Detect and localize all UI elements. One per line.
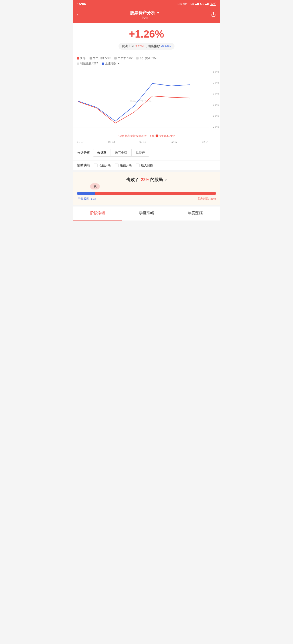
legend-label-4: 稳健跑赢 *277 xyxy=(80,62,98,66)
analysis-label: 收益分析 xyxy=(77,151,90,155)
share-button[interactable] xyxy=(211,12,216,18)
loss-percentage: 11% xyxy=(91,197,96,200)
analysis-tabs: 收益率 盈亏金额 总资产 xyxy=(93,149,149,156)
tab-annual-rise[interactable]: 年度涨幅 xyxy=(171,206,220,220)
loss-label-text: 亏损股民 xyxy=(78,197,89,200)
chart-wrapper: ©mx_***111edc 3.0% 2.0% 1.0% 0.0% -1.0% … xyxy=(73,68,220,134)
defeat-suffix: 的股民 xyxy=(150,177,163,182)
checkbox-box-position[interactable] xyxy=(94,164,98,167)
loss-label: 亏损股民 11% xyxy=(77,197,96,201)
network-speed: 0.96 KB/S ÷5G xyxy=(177,2,194,5)
checkbox-position[interactable]: 仓位分析 xyxy=(94,163,111,168)
progress-bar-track xyxy=(77,192,216,195)
index-dropdown-icon: ▼ xyxy=(118,62,120,65)
checkbox-box-drawdown[interactable] xyxy=(136,164,140,167)
legend-dot-gray4 xyxy=(77,62,79,65)
page-subtitle: (4/4) xyxy=(130,16,160,19)
signal-bars-2 xyxy=(205,3,208,5)
bottom-tabs: 阶段涨幅 季度涨幅 年度涨幅 xyxy=(73,205,220,220)
dropdown-icon[interactable]: ▼ xyxy=(156,11,160,15)
my-marker: 我 xyxy=(90,184,100,190)
legend-item-2: 牛牛牛 *682 xyxy=(114,56,132,60)
y-label-6: -2.0% xyxy=(210,125,219,128)
profit-percentage: 89% xyxy=(210,197,216,200)
defeat-title-text: 击败了 xyxy=(126,177,140,182)
back-button[interactable]: ‹ xyxy=(77,12,78,18)
helper-section: 辅助功能 仓位分析 极值分析 最大回撤 xyxy=(73,160,220,170)
tab-return-rate[interactable]: 收益率 xyxy=(93,149,111,156)
y-label-2: 2.0% xyxy=(210,81,219,84)
checkbox-drawdown[interactable]: 最大回撤 xyxy=(136,163,153,168)
progress-labels: 亏损股民 11% 盈利股民 89% xyxy=(77,197,216,201)
defeat-section: 击败了 22% 的股民 > 我 亏损股民 11% 盈利股民 89% xyxy=(73,170,220,205)
legend-dot-red xyxy=(77,57,79,60)
helper-label: 辅助功能 xyxy=(77,163,90,168)
return-rate-value: +1.26% xyxy=(78,28,215,40)
checkbox-extreme[interactable]: 极值分析 xyxy=(115,163,132,168)
legend-item-3: 长江黄河 *759 xyxy=(136,56,157,60)
legend-label-1: 牛牛川财 *299 xyxy=(93,56,110,60)
legend-dot-gray2 xyxy=(114,57,117,60)
top-nav: ‹ 股票资产分析 ▼ (4/4) xyxy=(73,8,220,23)
y-label-3: 1.0% xyxy=(210,92,219,95)
return-section: +1.26% 同期上证 2.20% ，跑赢指数 -0.94% xyxy=(73,23,220,54)
tab-stage-rise[interactable]: 阶段涨幅 xyxy=(73,206,122,220)
promo-app: 🔴投资账本 xyxy=(155,134,169,137)
defeat-title-row[interactable]: 击败了 22% 的股民 > xyxy=(77,177,216,182)
legend-dot-gray3 xyxy=(136,57,138,60)
compare-label: 同期上证 xyxy=(122,44,134,48)
return-compare: 同期上证 2.20% ，跑赢指数 -0.94% xyxy=(118,43,174,50)
checkbox-label-extreme: 极值分析 xyxy=(120,163,132,168)
tab-quarter-rise[interactable]: 季度涨幅 xyxy=(122,206,171,220)
defeat-percentage: 22% xyxy=(141,177,149,182)
legend-section: 汇总 牛牛川财 *299 牛牛牛 *682 长江黄河 *759 稳健跑赢 *27… xyxy=(73,54,220,68)
checkbox-box-extreme[interactable] xyxy=(115,164,118,167)
legend-label-3: 长江黄河 *759 xyxy=(140,56,157,60)
checkbox-label-drawdown: 最大回撤 xyxy=(141,163,153,168)
legend-row: 汇总 牛牛川财 *299 牛牛牛 *682 长江黄河 *759 xyxy=(77,56,216,60)
tab-profit-amount[interactable]: 盈亏金额 xyxy=(111,149,132,156)
chart-svg xyxy=(73,68,208,134)
compare-separator: ，跑赢指数 xyxy=(145,44,160,48)
chart-y-axis: 3.0% 2.0% 1.0% 0.0% -1.0% -2.0% xyxy=(208,68,220,134)
progress-profit-bar xyxy=(95,192,216,195)
compare-value: 2.20% xyxy=(135,44,144,48)
network-type: 5G xyxy=(200,2,204,5)
share-icon xyxy=(211,12,216,17)
progress-loss-bar xyxy=(77,192,95,195)
signal-bars xyxy=(195,3,199,5)
profit-label: 盈利股民 89% xyxy=(197,197,216,201)
legend-row-2: 稳健跑赢 *277 上证指数 ▼ xyxy=(77,62,216,66)
y-label-1: 3.0% xyxy=(210,70,219,73)
checkbox-label-position: 仓位分析 xyxy=(99,163,111,168)
x-label-1: 01-27 xyxy=(77,140,84,143)
legend-label-2: 牛牛牛 *682 xyxy=(118,56,132,60)
legend-label-summary: 汇总 xyxy=(80,56,86,60)
tab-total-assets[interactable]: 总资产 xyxy=(132,149,149,156)
legend-item-4: 稳健跑赢 *277 xyxy=(77,62,98,66)
chart-x-axis: 01-27 02-03 02-10 02-17 02-24 xyxy=(73,140,220,145)
battery-icon: 22% xyxy=(210,2,216,6)
legend-item-summary: 汇总 xyxy=(77,56,86,60)
profit-label-text: 盈利股民 xyxy=(198,197,209,200)
status-bar: 15:06 0.96 KB/S ÷5G 5G 22% xyxy=(73,0,220,8)
chart-svg-area: ©mx_***111edc xyxy=(73,68,208,134)
beat-value: -0.94% xyxy=(161,44,170,48)
legend-label-index: 上证指数 xyxy=(105,62,116,66)
analysis-header: 收益分析 收益率 盈亏金额 总资产 xyxy=(77,149,216,156)
x-label-2: 02-03 xyxy=(108,140,115,143)
defeat-arrow-icon: > xyxy=(165,178,167,182)
nav-title: 股票资产分析 ▼ (4/4) xyxy=(130,10,160,19)
chart-section: ©mx_***111edc 3.0% 2.0% 1.0% 0.0% -1.0% … xyxy=(73,68,220,145)
progress-container: 我 亏损股民 11% 盈利股民 89% xyxy=(77,192,216,201)
status-right: 0.96 KB/S ÷5G 5G 22% xyxy=(177,2,216,6)
legend-dot-blue xyxy=(102,62,104,65)
page-title: 股票资产分析 xyxy=(130,10,155,16)
y-label-5: -1.0% xyxy=(210,114,219,117)
legend-dot-gray1 xyxy=(90,57,92,60)
x-label-3: 02-10 xyxy=(140,140,146,143)
x-label-5: 02-24 xyxy=(202,140,208,143)
app-promo: *应用商店搜索"股票基金"，下载 🔴投资账本 APP xyxy=(73,134,220,140)
legend-item-index[interactable]: 上证指数 ▼ xyxy=(102,62,120,66)
x-label-4: 02-17 xyxy=(171,140,177,143)
